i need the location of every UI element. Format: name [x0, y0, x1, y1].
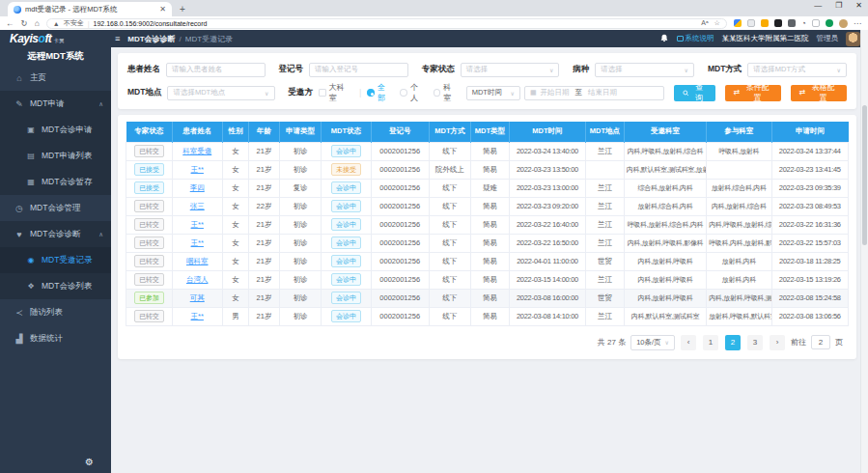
cell-invited: 内科,放射科,呼吸科 [624, 270, 706, 289]
cell-age: 21岁 [249, 179, 279, 197]
cell-mdt-place: 兰江 [586, 270, 625, 289]
browser-more-icon[interactable]: ⋯ [854, 19, 862, 28]
cell-mdt-type: 简易 [471, 215, 510, 234]
home-icon[interactable]: ⌂ [35, 19, 40, 28]
bell-icon[interactable] [659, 34, 669, 43]
browser-profile-avatar[interactable] [839, 19, 848, 28]
page-button-1[interactable]: 1 [703, 335, 718, 350]
cell-mdt-status: 会诊中 [322, 197, 372, 215]
radio-personal[interactable] [400, 89, 407, 97]
radio-dept[interactable] [434, 89, 441, 97]
gear-icon[interactable]: ⚙ [85, 457, 94, 467]
read-aloud-icon[interactable]: Aᵃ [701, 19, 708, 27]
patient-name-link[interactable]: 王** [191, 220, 204, 229]
sidebar-item-mdt-consult-apply[interactable]: ▣ MDT会诊申请 [0, 117, 111, 143]
page-button-2[interactable]: 2 [725, 335, 741, 350]
breadcrumb-current: MDT受邀记录 [185, 34, 233, 44]
mdt-place-select[interactable]: 请选择MDT地点∨ [167, 86, 274, 100]
column-header: 申请时间 [771, 122, 848, 142]
cell-mdt-place: 兰江 [586, 307, 625, 325]
tab-close-icon[interactable]: ✕ [159, 5, 166, 14]
sidebar-item-data-stats[interactable]: ▟ 数据统计 [0, 325, 111, 351]
date-range-picker[interactable]: ▦ 开始日期 至 结束日期 [524, 86, 664, 100]
address-bar[interactable]: ▲ 不安全 | 192.168.0.156:9002/consultate/re… [46, 18, 727, 29]
filter-panel: 患者姓名 请输入患者姓名 登记号 请输入登记号 专家状态 请选择∨ 病种 请选择… [118, 53, 856, 109]
next-page-button[interactable]: › [770, 335, 785, 350]
cell-age: 21岁 [249, 234, 279, 252]
sidebar-item-mdt-consult-list[interactable]: ❖ MDT会诊列表 [0, 273, 111, 299]
new-tab-button[interactable]: + [180, 3, 185, 16]
sidebar-collapse-icon[interactable]: ≡ [115, 34, 120, 43]
prev-page-button[interactable]: ‹ [681, 335, 696, 350]
browser-extension-icon[interactable] [761, 19, 769, 27]
patient-name-link[interactable]: 可其 [190, 293, 205, 302]
browser-extension-icon[interactable] [734, 19, 742, 27]
sidebar-item-home[interactable]: ⌂ 主页 [0, 65, 111, 91]
user-avatar[interactable] [846, 32, 860, 46]
clipboard-icon[interactable] [747, 19, 755, 27]
patient-name-link[interactable]: 李四 [190, 183, 205, 192]
patient-name-input[interactable]: 请输入患者姓名 [166, 63, 266, 77]
logo-subtext: 卡翼 [53, 38, 64, 44]
patient-name-link[interactable]: 王** [191, 165, 204, 174]
radio-all[interactable] [367, 89, 375, 97]
browser-refresh-icon[interactable]: ◔ [801, 19, 806, 28]
scrollbar-thumb[interactable] [862, 105, 867, 245]
cell-mdt-place: 兰江 [586, 197, 625, 215]
security-label[interactable]: 不安全 [64, 18, 84, 28]
refresh-icon[interactable]: ↻ [21, 19, 28, 28]
browser-extension-icon[interactable] [826, 19, 833, 27]
cell-mdt-status: 会诊中 [322, 179, 372, 197]
cell-apply-type: 初诊 [279, 234, 321, 252]
expert-status-select[interactable]: 请选择∨ [461, 63, 560, 77]
window-close-icon[interactable]: ✕ [855, 1, 862, 10]
favorite-star-icon[interactable]: ☆ [714, 19, 720, 27]
reg-no-input[interactable]: 请输入登记号 [309, 63, 408, 77]
page-scrollbar[interactable] [860, 30, 868, 473]
back-icon[interactable]: ← [6, 19, 14, 28]
mdt-mode-select[interactable]: 请选择MDT方式∨ [747, 63, 847, 77]
table-config-button[interactable]: ⇄ 表格配置 [791, 85, 847, 101]
page-button-3[interactable]: 3 [747, 335, 763, 350]
cell-joined [707, 160, 771, 179]
time-field-select[interactable]: MDT时间∨ [466, 86, 520, 100]
cell-mdt-type: 简易 [471, 307, 510, 325]
cell-apply-time: 2022-03-23 09:35:39 [771, 179, 848, 197]
split-screen-icon[interactable] [812, 19, 820, 27]
disease-select[interactable]: 请选择∨ [595, 63, 694, 77]
browser-extension-icon[interactable] [788, 19, 796, 27]
big-dept-checkbox[interactable] [319, 89, 326, 97]
sidebar-item-mdt-consult-manage[interactable]: ◷ MDT会诊管理 [0, 195, 111, 221]
sidebar-item-label: MDT会诊管理 [30, 203, 80, 214]
patient-name-link[interactable]: 咽科室 [186, 257, 209, 265]
sidebar-item-label: 主页 [30, 72, 46, 84]
page-jump-input[interactable] [811, 335, 830, 349]
patient-name-link[interactable]: 张三 [190, 202, 205, 210]
patient-name-link[interactable]: 王** [191, 238, 204, 247]
sidebar-item-mdt-apply-list[interactable]: ▤ MDT申请列表 [0, 143, 111, 169]
window-restore-icon[interactable]: ❐ [835, 1, 842, 10]
sidebar-item-followup-list[interactable]: ≺ 随访列表 [0, 299, 111, 325]
sidebar-item-mdt-consult-diagnosis[interactable]: ♥ MDT会诊诊断 ∧ [0, 221, 111, 247]
chevron-down-icon: ∨ [665, 339, 669, 346]
sidebar-item-mdt-invite-record[interactable]: ◉ MDT受邀记录 [0, 247, 111, 273]
browser-extension-icon[interactable] [774, 19, 782, 27]
patient-name-link[interactable]: 王** [191, 312, 204, 320]
condition-config-button[interactable]: ⇄ 条件配置 [725, 85, 781, 101]
patient-name-link[interactable]: 科室受邀 [182, 147, 211, 155]
chevron-down-icon: ∨ [681, 67, 688, 73]
system-note-link[interactable]: 系统说明 [677, 34, 714, 43]
search-icon [683, 90, 689, 97]
start-date-placeholder: 开始日期 [541, 88, 570, 97]
cell-mdt-place [586, 160, 625, 179]
patient-name-link[interactable]: 台湾人 [186, 275, 209, 284]
sidebar-item-mdt-apply[interactable]: ✎ MDT申请 ∧ [0, 91, 111, 117]
sidebar-item-mdt-consult-draft[interactable]: ▦ MDT会诊暂存 [0, 169, 111, 195]
cell-invited: 放射科,综合科,内科 [624, 197, 706, 215]
browser-tab[interactable]: mdt受邀记录 - 远程MDT系统 ✕ [8, 2, 172, 16]
window-minimize-icon[interactable]: — [814, 1, 822, 10]
page-size-select[interactable]: 10条/页∨ [630, 335, 675, 350]
cell-joined: 放射科,内科 [707, 270, 771, 289]
search-button[interactable]: 查询 [674, 85, 715, 101]
cell-mdt-mode: 院外线上 [429, 160, 470, 179]
